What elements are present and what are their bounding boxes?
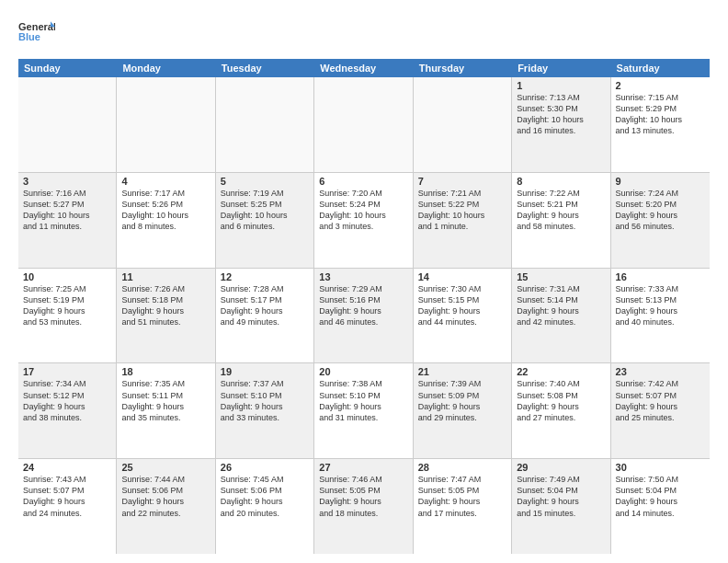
calendar-cell: 12Sunrise: 7:28 AM Sunset: 5:17 PM Dayli… xyxy=(216,269,314,363)
svg-text:General: General xyxy=(18,21,55,32)
calendar-cell: 4Sunrise: 7:17 AM Sunset: 5:26 PM Daylig… xyxy=(117,173,215,268)
day-number: 20 xyxy=(319,366,407,377)
calendar-cell: 6Sunrise: 7:20 AM Sunset: 5:24 PM Daylig… xyxy=(314,173,413,268)
day-number: 15 xyxy=(517,271,605,282)
svg-text:Blue: Blue xyxy=(18,31,40,42)
day-info: Sunrise: 7:47 AM Sunset: 5:05 PM Dayligh… xyxy=(418,474,506,519)
calendar: SundayMondayTuesdayWednesdayThursdayFrid… xyxy=(18,59,710,554)
day-info: Sunrise: 7:50 AM Sunset: 5:04 PM Dayligh… xyxy=(616,474,705,519)
day-info: Sunrise: 7:49 AM Sunset: 5:04 PM Dayligh… xyxy=(517,474,605,519)
day-info: Sunrise: 7:30 AM Sunset: 5:15 PM Dayligh… xyxy=(418,283,506,328)
calendar-cell: 8Sunrise: 7:22 AM Sunset: 5:21 PM Daylig… xyxy=(512,173,610,268)
day-number: 19 xyxy=(221,366,309,377)
day-number: 14 xyxy=(418,271,506,282)
day-info: Sunrise: 7:38 AM Sunset: 5:10 PM Dayligh… xyxy=(319,378,407,423)
calendar-cell: 29Sunrise: 7:49 AM Sunset: 5:04 PM Dayli… xyxy=(512,459,610,554)
calendar-cell: 2Sunrise: 7:15 AM Sunset: 5:29 PM Daylig… xyxy=(611,77,710,172)
weekday-header: Sunday xyxy=(18,59,117,77)
day-info: Sunrise: 7:40 AM Sunset: 5:08 PM Dayligh… xyxy=(517,378,605,423)
day-number: 13 xyxy=(319,271,407,282)
calendar-body: 1Sunrise: 7:13 AM Sunset: 5:30 PM Daylig… xyxy=(18,77,710,554)
weekday-header: Monday xyxy=(117,59,215,77)
day-number: 12 xyxy=(221,271,309,282)
day-info: Sunrise: 7:33 AM Sunset: 5:13 PM Dayligh… xyxy=(616,283,705,328)
calendar-cell: 28Sunrise: 7:47 AM Sunset: 5:05 PM Dayli… xyxy=(414,459,512,554)
calendar-cell: 7Sunrise: 7:21 AM Sunset: 5:22 PM Daylig… xyxy=(414,173,512,268)
calendar-cell xyxy=(314,77,413,172)
day-info: Sunrise: 7:17 AM Sunset: 5:26 PM Dayligh… xyxy=(121,188,210,233)
calendar-cell: 20Sunrise: 7:38 AM Sunset: 5:10 PM Dayli… xyxy=(314,363,413,458)
logo-icon: General Blue xyxy=(18,15,55,52)
day-info: Sunrise: 7:35 AM Sunset: 5:11 PM Dayligh… xyxy=(121,378,210,423)
logo: General Blue xyxy=(18,15,55,52)
day-info: Sunrise: 7:20 AM Sunset: 5:24 PM Dayligh… xyxy=(319,188,407,233)
day-number: 2 xyxy=(616,80,705,91)
day-info: Sunrise: 7:21 AM Sunset: 5:22 PM Dayligh… xyxy=(418,188,506,233)
calendar-cell: 19Sunrise: 7:37 AM Sunset: 5:10 PM Dayli… xyxy=(216,363,314,458)
day-number: 9 xyxy=(616,176,705,187)
day-info: Sunrise: 7:42 AM Sunset: 5:07 PM Dayligh… xyxy=(616,378,705,423)
calendar-cell: 24Sunrise: 7:43 AM Sunset: 5:07 PM Dayli… xyxy=(18,459,117,554)
day-info: Sunrise: 7:22 AM Sunset: 5:21 PM Dayligh… xyxy=(517,188,605,233)
weekday-header: Tuesday xyxy=(216,59,314,77)
calendar-cell: 14Sunrise: 7:30 AM Sunset: 5:15 PM Dayli… xyxy=(414,269,512,363)
day-number: 16 xyxy=(616,271,705,282)
calendar-header: SundayMondayTuesdayWednesdayThursdayFrid… xyxy=(18,59,710,77)
calendar-cell: 22Sunrise: 7:40 AM Sunset: 5:08 PM Dayli… xyxy=(512,363,610,458)
calendar-cell: 3Sunrise: 7:16 AM Sunset: 5:27 PM Daylig… xyxy=(18,173,117,268)
day-info: Sunrise: 7:25 AM Sunset: 5:19 PM Dayligh… xyxy=(23,283,111,328)
calendar-cell xyxy=(216,77,314,172)
day-number: 4 xyxy=(121,176,210,187)
day-number: 8 xyxy=(517,176,605,187)
day-number: 27 xyxy=(319,462,407,473)
day-info: Sunrise: 7:28 AM Sunset: 5:17 PM Dayligh… xyxy=(221,283,309,328)
day-info: Sunrise: 7:37 AM Sunset: 5:10 PM Dayligh… xyxy=(221,378,309,423)
page: General Blue SundayMondayTuesdayWednesda… xyxy=(0,0,728,563)
day-number: 6 xyxy=(319,176,407,187)
calendar-cell: 30Sunrise: 7:50 AM Sunset: 5:04 PM Dayli… xyxy=(611,459,710,554)
weekday-header: Saturday xyxy=(611,59,710,77)
calendar-cell: 11Sunrise: 7:26 AM Sunset: 5:18 PM Dayli… xyxy=(117,269,215,363)
day-info: Sunrise: 7:43 AM Sunset: 5:07 PM Dayligh… xyxy=(23,474,111,519)
weekday-header: Friday xyxy=(512,59,610,77)
calendar-cell: 1Sunrise: 7:13 AM Sunset: 5:30 PM Daylig… xyxy=(512,77,610,172)
calendar-cell xyxy=(414,77,512,172)
calendar-cell: 16Sunrise: 7:33 AM Sunset: 5:13 PM Dayli… xyxy=(611,269,710,363)
calendar-row: 3Sunrise: 7:16 AM Sunset: 5:27 PM Daylig… xyxy=(18,173,710,269)
calendar-cell: 25Sunrise: 7:44 AM Sunset: 5:06 PM Dayli… xyxy=(117,459,215,554)
day-number: 22 xyxy=(517,366,605,377)
day-number: 3 xyxy=(23,176,111,187)
day-info: Sunrise: 7:46 AM Sunset: 5:05 PM Dayligh… xyxy=(319,474,407,519)
calendar-cell: 5Sunrise: 7:19 AM Sunset: 5:25 PM Daylig… xyxy=(216,173,314,268)
day-number: 23 xyxy=(616,366,705,377)
calendar-cell xyxy=(117,77,215,172)
calendar-cell: 23Sunrise: 7:42 AM Sunset: 5:07 PM Dayli… xyxy=(611,363,710,458)
day-number: 5 xyxy=(221,176,309,187)
day-info: Sunrise: 7:45 AM Sunset: 5:06 PM Dayligh… xyxy=(221,474,309,519)
day-number: 1 xyxy=(517,80,605,91)
calendar-cell: 21Sunrise: 7:39 AM Sunset: 5:09 PM Dayli… xyxy=(414,363,512,458)
calendar-row: 24Sunrise: 7:43 AM Sunset: 5:07 PM Dayli… xyxy=(18,459,710,554)
calendar-cell: 9Sunrise: 7:24 AM Sunset: 5:20 PM Daylig… xyxy=(611,173,710,268)
day-number: 24 xyxy=(23,462,111,473)
weekday-header: Wednesday xyxy=(314,59,413,77)
day-info: Sunrise: 7:31 AM Sunset: 5:14 PM Dayligh… xyxy=(517,283,605,328)
calendar-cell: 17Sunrise: 7:34 AM Sunset: 5:12 PM Dayli… xyxy=(18,363,117,458)
day-info: Sunrise: 7:13 AM Sunset: 5:30 PM Dayligh… xyxy=(517,92,605,137)
day-number: 11 xyxy=(121,271,210,282)
calendar-cell: 10Sunrise: 7:25 AM Sunset: 5:19 PM Dayli… xyxy=(18,269,117,363)
day-number: 26 xyxy=(221,462,309,473)
day-info: Sunrise: 7:39 AM Sunset: 5:09 PM Dayligh… xyxy=(418,378,506,423)
day-info: Sunrise: 7:26 AM Sunset: 5:18 PM Dayligh… xyxy=(121,283,210,328)
day-number: 17 xyxy=(23,366,111,377)
day-number: 25 xyxy=(121,462,210,473)
day-number: 18 xyxy=(121,366,210,377)
day-number: 21 xyxy=(418,366,506,377)
day-number: 7 xyxy=(418,176,506,187)
day-info: Sunrise: 7:34 AM Sunset: 5:12 PM Dayligh… xyxy=(23,378,111,423)
day-info: Sunrise: 7:24 AM Sunset: 5:20 PM Dayligh… xyxy=(616,188,705,233)
calendar-cell: 27Sunrise: 7:46 AM Sunset: 5:05 PM Dayli… xyxy=(314,459,413,554)
day-info: Sunrise: 7:15 AM Sunset: 5:29 PM Dayligh… xyxy=(616,92,705,137)
header: General Blue xyxy=(18,15,710,52)
calendar-row: 17Sunrise: 7:34 AM Sunset: 5:12 PM Dayli… xyxy=(18,363,710,459)
